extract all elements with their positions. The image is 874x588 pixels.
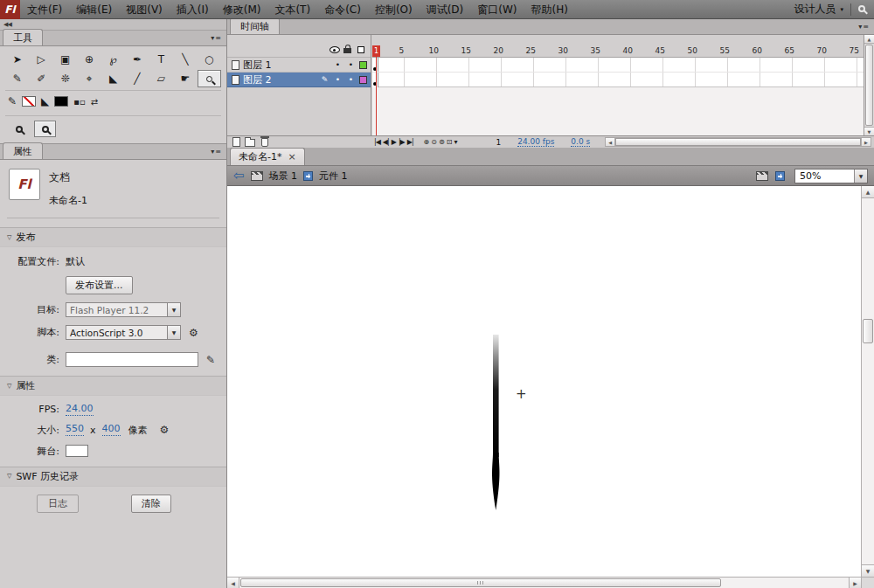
timeline-h-scrollbar[interactable]: ◀ ▶ [605, 137, 871, 147]
hand-tool[interactable]: ☛ [173, 70, 197, 87]
stage-canvas[interactable]: + [227, 186, 861, 577]
scroll-down-icon[interactable]: ▼ [864, 127, 874, 135]
back-button[interactable]: ⇦ [233, 169, 245, 183]
panel-menu-icon[interactable]: ▾≡ [211, 34, 222, 42]
delete-layer-button[interactable] [261, 138, 268, 147]
workspace-switcher[interactable]: 设计人员 ▾ [794, 2, 843, 17]
swap-colors-button[interactable]: ⇄ [91, 97, 98, 107]
playhead-line[interactable] [376, 46, 377, 135]
zoom-in-button[interactable] [8, 121, 30, 137]
brush-tool[interactable]: ✐ [29, 70, 52, 87]
center-frame-button[interactable]: ⊕ [424, 138, 429, 146]
frame-rate-indicator[interactable]: 24.00 fps [517, 137, 554, 147]
rotation-3d-tool[interactable]: ⊕ [77, 51, 101, 68]
play-button[interactable]: ▶ [392, 138, 396, 146]
layer-outline-color-swatch[interactable] [359, 61, 367, 69]
onion-skin-outlines-button[interactable]: ⊚ [439, 138, 444, 146]
section-properties[interactable]: ▽ 属性 [0, 376, 226, 396]
zoom-level-combo[interactable]: 50% ▼ [794, 169, 868, 183]
zoom-out-button[interactable] [34, 121, 56, 137]
document-name[interactable]: 未命名-1 [49, 194, 87, 207]
new-layer-button[interactable] [232, 137, 240, 147]
line-tool[interactable]: ╲ [173, 51, 197, 68]
stroke-color-swatch[interactable] [22, 96, 36, 107]
menu-item-2[interactable]: 编辑(E) [69, 0, 119, 19]
menu-item-7[interactable]: 命令(C) [317, 0, 368, 19]
section-swf-history[interactable]: ▽ SWF 历史记录 [0, 467, 226, 487]
playhead-marker[interactable]: 1 [372, 45, 380, 57]
zoom-tool[interactable] [198, 70, 221, 87]
breadcrumb-scene[interactable]: 场景 1 [269, 169, 298, 183]
eyedropper-tool[interactable]: ╱ [125, 70, 149, 87]
stage-width-value[interactable]: 550 [66, 424, 84, 436]
paint-bucket-tool[interactable]: ◣ [101, 70, 125, 87]
target-dropdown[interactable]: Flash Player 11.2 ▼ [66, 302, 181, 317]
menu-item-4[interactable]: 插入(I) [170, 0, 216, 19]
canvas-v-scrollbar[interactable]: ▲ ▼ [861, 186, 874, 577]
subselection-tool[interactable]: ▷ [29, 51, 52, 68]
scroll-up-icon[interactable]: ▲ [864, 35, 874, 44]
class-input[interactable] [66, 352, 198, 367]
close-icon[interactable]: × [288, 151, 295, 163]
oval-tool[interactable]: ○ [198, 51, 221, 68]
scrollbar-thumb[interactable] [863, 319, 873, 343]
scrollbar-thumb[interactable] [240, 578, 721, 587]
scrollbar-thumb[interactable] [615, 138, 861, 146]
layer-row-1[interactable]: 图层 1•• [227, 58, 371, 73]
black-white-button[interactable]: ▪▫ [73, 97, 86, 107]
frame-ruler[interactable]: 51015202530354045505560657075 1 [372, 35, 864, 58]
document-tab[interactable]: 未命名-1* × [230, 148, 305, 165]
onion-skin-button[interactable]: ⊙ [431, 138, 436, 146]
fps-value[interactable]: 24.00 [66, 404, 94, 416]
free-transform-tool[interactable]: ▣ [53, 51, 77, 68]
wrench-icon[interactable]: ⚙ [160, 424, 170, 436]
scroll-left-icon[interactable]: ◀ [227, 578, 239, 588]
menu-item-11[interactable]: 帮助(H) [524, 0, 575, 19]
section-publish[interactable]: ▽ 发布 [0, 227, 226, 247]
text-tool[interactable]: T [149, 51, 173, 68]
modify-markers-button[interactable]: ▾ [454, 138, 456, 146]
scroll-up-icon[interactable]: ▲ [862, 186, 874, 198]
fill-color-swatch[interactable] [54, 96, 68, 107]
layer-row-2[interactable]: 图层 2✎•• [227, 73, 371, 87]
layer-visibility-dot[interactable]: • [331, 75, 344, 84]
scroll-right-icon[interactable]: ▶ [861, 138, 871, 146]
outline-all-layers-icon[interactable] [357, 46, 364, 53]
layer-visibility-dot[interactable]: • [331, 60, 344, 69]
log-button[interactable]: 日志 [37, 495, 79, 513]
layer-outline-color-swatch[interactable] [359, 76, 367, 84]
menu-item-8[interactable]: 控制(O) [368, 0, 420, 19]
menu-item-10[interactable]: 窗口(W) [470, 0, 524, 19]
scrollbar-thumb[interactable] [865, 45, 873, 126]
scroll-right-icon[interactable]: ▶ [849, 578, 861, 588]
frame-grid[interactable] [372, 58, 864, 87]
script-dropdown[interactable]: ActionScript 3.0 ▼ [66, 325, 181, 340]
selection-tool[interactable]: ➤ [5, 51, 29, 68]
new-folder-button[interactable] [245, 139, 255, 147]
edit-class-pencil-icon[interactable]: ✎ [206, 354, 215, 366]
layer-lock-dot[interactable]: • [344, 75, 357, 84]
layer-lock-dot[interactable]: • [344, 60, 357, 69]
wrench-icon[interactable]: ⚙ [189, 327, 198, 339]
edit-multiple-frames-button[interactable]: ⊡ [447, 138, 452, 146]
search-button[interactable] [858, 3, 865, 15]
menu-item-5[interactable]: 修改(M) [216, 0, 268, 19]
scroll-down-icon[interactable]: ▼ [862, 564, 874, 577]
edit-scene-button[interactable] [756, 171, 768, 181]
step-forward-button[interactable]: |▶ [399, 138, 405, 146]
lasso-tool[interactable]: ℘ [101, 51, 125, 68]
frame-area[interactable]: 51015202530354045505560657075 1 [372, 35, 864, 135]
tab-tools[interactable]: 工具 [3, 29, 43, 45]
publish-settings-button[interactable]: 发布设置... [66, 276, 133, 294]
go-to-first-frame-button[interactable]: |◀ [374, 138, 380, 146]
panel-menu-icon[interactable]: ▾≡ [858, 23, 870, 31]
brush-stroke-shape[interactable] [479, 332, 514, 520]
show-hide-all-layers-icon[interactable] [329, 46, 340, 53]
current-frame-indicator[interactable]: 1 [496, 138, 501, 147]
go-to-last-frame-button[interactable]: ▶| [407, 138, 413, 146]
pencil-tool[interactable]: ✎ [5, 70, 29, 87]
clear-button[interactable]: 清除 [131, 495, 171, 513]
step-back-button[interactable]: ◀| [383, 138, 389, 146]
canvas-h-scrollbar[interactable]: ◀ ▶ [227, 577, 861, 588]
stage-color-swatch[interactable] [66, 445, 88, 457]
